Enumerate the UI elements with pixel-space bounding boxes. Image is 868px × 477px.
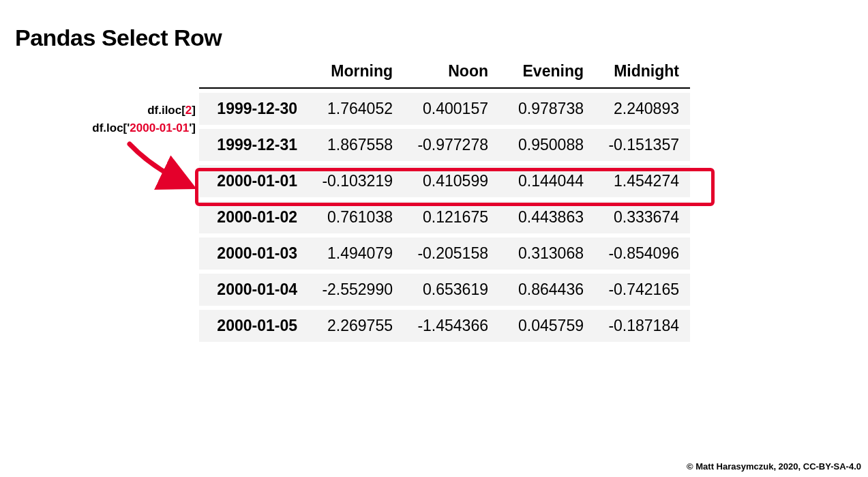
iloc-prefix: df.iloc[ (147, 104, 185, 117)
cell: 0.144044 (499, 165, 595, 197)
loc-prefix: df.loc[' (92, 121, 130, 134)
row-index: 2000-01-03 (199, 237, 308, 270)
loc-suffix: '] (189, 121, 196, 134)
cell: 2.240893 (595, 93, 690, 125)
table-row: 2000-01-02 0.761038 0.121675 0.443863 0.… (199, 201, 690, 233)
iloc-arg: 2 (185, 104, 192, 117)
iloc-code: df.iloc[2] (15, 102, 196, 119)
row-index: 2000-01-04 (199, 274, 308, 306)
row-index: 2000-01-01 (199, 165, 308, 197)
cell: 0.121675 (404, 201, 499, 233)
cell: -0.187184 (595, 310, 690, 342)
content-stage: df.iloc[2] df.loc['2000-01-01'] (15, 51, 853, 433)
cell: 1.764052 (308, 93, 404, 125)
col-header: Noon (404, 55, 499, 89)
cell: 0.864436 (499, 274, 595, 306)
cell: 0.950088 (499, 129, 595, 161)
cell: -0.742165 (595, 274, 690, 306)
cell: 0.410599 (404, 165, 499, 197)
loc-arg: 2000-01-01 (130, 121, 189, 134)
table-row: 2000-01-04 -2.552990 0.653619 0.864436 -… (199, 274, 690, 306)
index-col-header (199, 55, 308, 89)
dataframe-table: Morning Noon Evening Midnight 1999-12-30… (199, 51, 690, 346)
cell: 0.045759 (499, 310, 595, 342)
cell: -0.977278 (404, 129, 499, 161)
dataframe-table-wrap: Morning Noon Evening Midnight 1999-12-30… (199, 51, 690, 346)
cell: 0.313068 (499, 237, 595, 270)
header-row: Morning Noon Evening Midnight (199, 55, 690, 89)
cell: -1.454366 (404, 310, 499, 342)
col-header: Morning (308, 55, 404, 89)
cell: 1.867558 (308, 129, 404, 161)
cell: 0.333674 (595, 201, 690, 233)
col-header: Evening (499, 55, 595, 89)
cell: 0.443863 (499, 201, 595, 233)
page-title: Pandas Select Row (15, 25, 853, 51)
cell: 1.494079 (308, 237, 404, 270)
cell: -0.151357 (595, 129, 690, 161)
cell: -0.854096 (595, 237, 690, 270)
table-row: 2000-01-03 1.494079 -0.205158 0.313068 -… (199, 237, 690, 270)
cell: -0.103219 (308, 165, 404, 197)
row-index: 1999-12-31 (199, 129, 308, 161)
cell: 0.653619 (404, 274, 499, 306)
cell: -2.552990 (308, 274, 404, 306)
col-header: Midnight (595, 55, 690, 89)
cell: 1.454274 (595, 165, 690, 197)
table-row: 2000-01-01 -0.103219 0.410599 0.144044 1… (199, 165, 690, 197)
row-index: 2000-01-02 (199, 201, 308, 233)
arrow-icon (124, 140, 199, 194)
copyright-text: © Matt Harasymczuk, 2020, CC-BY-SA-4.0 (687, 461, 861, 472)
table-row: 2000-01-05 2.269755 -1.454366 0.045759 -… (199, 310, 690, 342)
cell: 2.269755 (308, 310, 404, 342)
loc-code: df.loc['2000-01-01'] (15, 119, 196, 137)
cell: -0.205158 (404, 237, 499, 270)
iloc-suffix: ] (192, 104, 196, 117)
code-annotation: df.iloc[2] df.loc['2000-01-01'] (15, 102, 196, 136)
table-row: 1999-12-31 1.867558 -0.977278 0.950088 -… (199, 129, 690, 161)
cell: 0.761038 (308, 201, 404, 233)
slide-page: Pandas Select Row df.iloc[2] df.loc['200… (0, 0, 868, 477)
cell: 0.978738 (499, 93, 595, 125)
cell: 0.400157 (404, 93, 499, 125)
row-index: 2000-01-05 (199, 310, 308, 342)
row-index: 1999-12-30 (199, 93, 308, 125)
table-row: 1999-12-30 1.764052 0.400157 0.978738 2.… (199, 93, 690, 125)
